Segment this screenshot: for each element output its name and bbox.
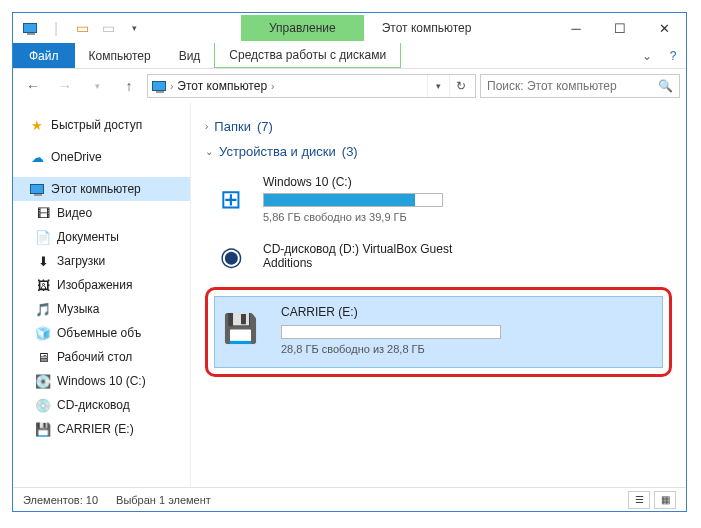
tab-drive-tools[interactable]: Средства работы с дисками (214, 43, 401, 68)
removable-drive-icon: 💾 (35, 421, 51, 437)
drive-item-c[interactable]: ⊞ Windows 10 (C:) 5,86 ГБ свободно из 39… (205, 169, 672, 233)
tree-label: CD-дисковод (57, 398, 130, 412)
view-switcher: ☰ ▦ (628, 491, 676, 509)
star-icon: ★ (29, 117, 45, 133)
capacity-bar (263, 193, 443, 207)
tree-label: Объемные объ (57, 326, 141, 340)
recent-dropdown-icon[interactable]: ▾ (83, 73, 111, 99)
music-icon: 🎵 (35, 301, 51, 317)
quick-access-toolbar: | ▭ ▭ ▾ (13, 17, 151, 39)
refresh-icon[interactable]: ↻ (449, 75, 471, 97)
navigation-bar: ← → ▾ ↑ › Этот компьютер › ▾ ↻ 🔍 (13, 69, 686, 103)
file-tab[interactable]: Файл (13, 43, 75, 68)
tree-label: CARRIER (E:) (57, 422, 134, 436)
tree-item-drive-e[interactable]: 💾CARRIER (E:) (13, 417, 190, 441)
tree-quick-access[interactable]: ★ Быстрый доступ (13, 113, 190, 137)
back-button[interactable]: ← (19, 73, 47, 99)
details-view-button[interactable]: ☰ (628, 491, 650, 509)
tiles-view-button[interactable]: ▦ (654, 491, 676, 509)
forward-button[interactable]: → (51, 73, 79, 99)
windows-drive-icon: ⊞ (211, 182, 251, 216)
virtualbox-cd-icon: ◉ (211, 239, 251, 273)
qat-separator: | (45, 17, 67, 39)
tree-item-music[interactable]: 🎵Музыка (13, 297, 190, 321)
status-bar: Элементов: 10 Выбран 1 элемент ☰ ▦ (13, 487, 686, 511)
tree-item-pictures[interactable]: 🖼Изображения (13, 273, 190, 297)
chevron-right-icon[interactable]: › (271, 81, 274, 92)
address-bar[interactable]: › Этот компьютер › ▾ ↻ (147, 74, 476, 98)
group-count: (3) (342, 144, 358, 159)
tree-label: Windows 10 (C:) (57, 374, 146, 388)
tree-item-documents[interactable]: 📄Документы (13, 225, 190, 249)
tree-label: Рабочий стол (57, 350, 132, 364)
search-icon: 🔍 (658, 79, 673, 93)
tree-item-3dobjects[interactable]: 🧊Объемные объ (13, 321, 190, 345)
tree-label: Документы (57, 230, 119, 244)
tree-item-downloads[interactable]: ⬇Загрузки (13, 249, 190, 273)
properties-icon[interactable]: ▭ (71, 17, 93, 39)
chevron-down-icon: ⌄ (205, 146, 213, 157)
explorer-window: | ▭ ▭ ▾ Управление Этот компьютер ─ ☐ ✕ … (12, 12, 687, 512)
close-button[interactable]: ✕ (642, 14, 686, 42)
drive-icon: 💽 (35, 373, 51, 389)
picture-icon: 🖼 (35, 277, 51, 293)
capacity-bar (281, 325, 501, 339)
group-label: Папки (214, 119, 251, 134)
search-box[interactable]: 🔍 (480, 74, 680, 98)
tree-label: Музыка (57, 302, 99, 316)
tree-label: Загрузки (57, 254, 105, 268)
search-input[interactable] (487, 79, 652, 93)
address-tools: ▾ ↻ (427, 75, 471, 97)
tree-item-videos[interactable]: 🎞Видео (13, 201, 190, 225)
highlighted-drive-frame: 💾 CARRIER (E:) 28,8 ГБ свободно из 28,8 … (205, 287, 672, 377)
window-title: Этот компьютер (382, 21, 554, 35)
status-selected-count: Выбран 1 элемент (116, 494, 211, 506)
tree-label: Быстрый доступ (51, 118, 142, 132)
ribbon-expand-icon[interactable]: ⌄ (634, 43, 660, 68)
group-label: Устройства и диски (219, 144, 336, 159)
tab-view[interactable]: Вид (165, 43, 215, 68)
tree-item-desktop[interactable]: 🖥Рабочий стол (13, 345, 190, 369)
drive-free-text: 5,86 ГБ свободно из 39,9 ГБ (263, 211, 443, 223)
qat-dropdown-icon[interactable]: ▾ (123, 17, 145, 39)
ribbon-context-tab[interactable]: Управление (241, 15, 364, 41)
drive-name: CARRIER (E:) (281, 305, 501, 319)
pc-icon (29, 181, 45, 197)
tree-this-pc[interactable]: Этот компьютер (13, 177, 190, 201)
cd-icon: 💿 (35, 397, 51, 413)
navigation-tree[interactable]: ★ Быстрый доступ ☁ OneDrive Этот компьют… (13, 103, 191, 487)
tree-item-cd-drive[interactable]: 💿CD-дисковод (13, 393, 190, 417)
drive-item-e[interactable]: 💾 CARRIER (E:) 28,8 ГБ свободно из 28,8 … (214, 296, 663, 368)
tree-onedrive[interactable]: ☁ OneDrive (13, 145, 190, 169)
drive-name: Windows 10 (C:) (263, 175, 443, 189)
status-item-count: Элементов: 10 (23, 494, 98, 506)
content-pane[interactable]: › Папки (7) ⌄ Устройства и диски (3) ⊞ W… (191, 103, 686, 487)
drive-free-text: 28,8 ГБ свободно из 28,8 ГБ (281, 343, 501, 355)
tree-label: OneDrive (51, 150, 102, 164)
video-icon: 🎞 (35, 205, 51, 221)
group-header-folders[interactable]: › Папки (7) (205, 119, 672, 134)
download-icon: ⬇ (35, 253, 51, 269)
explorer-body: ★ Быстрый доступ ☁ OneDrive Этот компьют… (13, 103, 686, 487)
minimize-button[interactable]: ─ (554, 14, 598, 42)
drive-item-d[interactable]: ◉ CD-дисковод (D:) VirtualBox Guest Addi… (205, 233, 672, 283)
tab-computer[interactable]: Компьютер (75, 43, 165, 68)
up-button[interactable]: ↑ (115, 73, 143, 99)
pc-breadcrumb-icon (152, 81, 166, 91)
maximize-button[interactable]: ☐ (598, 14, 642, 42)
document-icon: 📄 (35, 229, 51, 245)
help-icon[interactable]: ? (660, 43, 686, 68)
chevron-right-icon[interactable]: › (170, 81, 173, 92)
titlebar: | ▭ ▭ ▾ Управление Этот компьютер ─ ☐ ✕ (13, 13, 686, 43)
tree-label: Видео (57, 206, 92, 220)
breadcrumb-segment[interactable]: Этот компьютер (177, 79, 267, 93)
group-header-devices[interactable]: ⌄ Устройства и диски (3) (205, 144, 672, 159)
removable-drive-icon: 💾 (223, 312, 267, 348)
history-dropdown-icon[interactable]: ▾ (427, 75, 449, 97)
chevron-right-icon: › (205, 121, 208, 132)
tree-label: Изображения (57, 278, 132, 292)
qat-item-icon[interactable]: ▭ (97, 17, 119, 39)
drive-name: CD-дисковод (D:) VirtualBox Guest Additi… (263, 242, 493, 270)
tree-item-drive-c[interactable]: 💽Windows 10 (C:) (13, 369, 190, 393)
pc-icon (19, 17, 41, 39)
